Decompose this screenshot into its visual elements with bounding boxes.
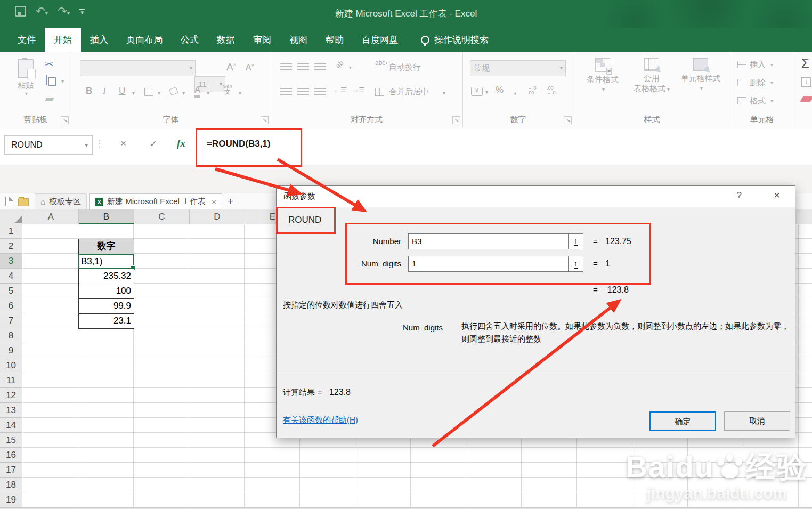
new-tab-button[interactable]: + <box>228 196 233 207</box>
align-right-icon[interactable] <box>314 88 326 95</box>
ribbon-tab-页面布局[interactable]: 页面布局 <box>117 28 172 52</box>
row-header-10[interactable]: 10 <box>0 358 22 373</box>
cancel-button[interactable]: 取消 <box>724 411 790 431</box>
row-header-3[interactable]: 3 <box>0 254 22 269</box>
conditional-formatting-button[interactable]: 条件格式▾ <box>578 58 627 94</box>
increase-indent-icon[interactable]: →☰ <box>352 86 365 94</box>
clear-icon[interactable] <box>800 96 812 102</box>
row-header-2[interactable]: 2 <box>0 239 22 254</box>
new-file-icon[interactable] <box>5 197 13 206</box>
italic-button[interactable]: I <box>103 86 106 96</box>
copy-dropdown[interactable]: ▾ <box>61 78 64 84</box>
name-box[interactable]: ROUND ▾ <box>4 135 93 155</box>
doc-tab-模板专区[interactable]: ⌂模板专区 <box>35 193 87 209</box>
ribbon-tab-百度网盘[interactable]: 百度网盘 <box>353 28 407 52</box>
underline-button[interactable]: U <box>119 86 125 96</box>
row-header-13[interactable]: 13 <box>0 403 22 418</box>
customize-qat-button[interactable]: ▾ <box>79 9 85 14</box>
row-header-12[interactable]: 12 <box>0 388 22 403</box>
select-all-corner[interactable] <box>0 209 23 224</box>
undo-button[interactable]: ↶▾ <box>36 5 48 17</box>
dialog-help-icon[interactable]: ? <box>737 190 742 201</box>
save-icon[interactable] <box>15 6 26 17</box>
borders-dropdown[interactable]: ▾ <box>158 90 160 96</box>
orientation-dropdown[interactable]: ▾ <box>349 64 352 70</box>
format-cells-button[interactable]: 格式▾ <box>737 94 773 107</box>
ribbon-tab-开始[interactable]: 开始 <box>45 28 81 52</box>
orientation-icon[interactable]: ab <box>334 59 345 70</box>
clipboard-dialog-launcher[interactable]: ↘ <box>61 116 69 124</box>
enter-entry-button[interactable]: ✓ <box>149 138 158 150</box>
cell-B6[interactable]: 99.9 <box>78 298 134 314</box>
align-top-icon[interactable] <box>280 63 292 70</box>
font-color-dropdown[interactable]: ▾ <box>207 90 209 96</box>
row-header-5[interactable]: 5 <box>0 284 22 298</box>
row-header-4[interactable]: 4 <box>0 269 22 284</box>
align-center-icon[interactable] <box>297 88 309 95</box>
cell-B2[interactable]: 数字 <box>78 239 134 254</box>
cell-B3[interactable]: B3,1) <box>78 254 134 269</box>
ribbon-tab-文件[interactable]: 文件 <box>9 28 45 52</box>
row-header-6[interactable]: 6 <box>0 298 22 313</box>
cut-icon[interactable]: ✂ <box>45 58 53 70</box>
number-dialog-launcher[interactable]: ↘ <box>564 116 572 124</box>
align-middle-icon[interactable] <box>297 63 309 70</box>
phonetic-guide-button[interactable]: wén文 <box>223 84 232 94</box>
cell-B7[interactable]: 23.1 <box>78 313 134 329</box>
number-format-combo[interactable]: 常规▾ <box>470 60 566 76</box>
accounting-format-icon[interactable]: ¥ <box>471 87 483 96</box>
font-color-button[interactable]: A <box>194 85 200 98</box>
percent-style-button[interactable]: % <box>496 85 504 95</box>
ribbon-tab-视图[interactable]: 视图 <box>280 28 316 52</box>
bold-button[interactable]: B <box>86 86 92 96</box>
row-header-16[interactable]: 16 <box>0 448 22 463</box>
row-header-17[interactable]: 17 <box>0 463 22 478</box>
fill-color-dropdown[interactable]: ▾ <box>182 90 185 96</box>
ribbon-tab-帮助[interactable]: 帮助 <box>316 28 353 52</box>
format-as-table-button[interactable]: 套用 表格格式▾ <box>627 58 676 94</box>
doc-tab-新建 Microsoft Excel 工作表[interactable]: X新建 Microsoft Excel 工作表× <box>89 193 222 209</box>
ribbon-tab-公式[interactable]: 公式 <box>172 28 208 52</box>
autosum-button[interactable]: Σ <box>801 56 809 71</box>
column-header-C[interactable]: C <box>134 209 190 224</box>
copy-icon[interactable] <box>46 75 47 85</box>
merge-dropdown[interactable]: ▾ <box>443 90 445 96</box>
row-header-8[interactable]: 8 <box>0 328 22 343</box>
column-header-B[interactable]: B <box>79 209 134 224</box>
cell-B4[interactable]: 235.32 <box>78 269 134 284</box>
cell-styles-button[interactable]: 单元格样式▾ <box>676 58 725 93</box>
dialog-help-link[interactable]: 有关该函数的帮助(H) <box>283 415 358 425</box>
formula-bar-grip[interactable]: ⋮ <box>95 138 104 149</box>
wrap-text-button[interactable]: 自动换行 <box>389 62 421 72</box>
format-painter-icon[interactable] <box>45 98 54 101</box>
fill-button[interactable]: ↓ <box>801 77 811 87</box>
insert-function-button[interactable]: fx <box>177 138 185 149</box>
row-header-19[interactable]: 19 <box>0 492 22 507</box>
redo-button[interactable]: ↷▾ <box>58 5 70 17</box>
delete-cells-button[interactable]: 删除▾ <box>737 76 773 89</box>
column-header-D[interactable]: D <box>190 209 245 224</box>
shrink-font-button[interactable]: A˅ <box>246 63 254 72</box>
font-dialog-launcher[interactable]: ↘ <box>261 116 269 124</box>
row-header-11[interactable]: 11 <box>0 373 22 388</box>
dialog-close-icon[interactable]: × <box>774 189 780 201</box>
decrease-indent-icon[interactable]: ←☰ <box>334 86 347 94</box>
name-box-dropdown[interactable]: ▾ <box>85 136 88 154</box>
accounting-dropdown[interactable]: ▾ <box>485 89 488 95</box>
row-header-18[interactable]: 18 <box>0 478 22 492</box>
fill-color-icon[interactable] <box>169 87 178 95</box>
underline-dropdown[interactable]: ▾ <box>132 90 135 96</box>
tell-me-search[interactable]: 操作说明搜索 <box>421 28 489 52</box>
row-header-14[interactable]: 14 <box>0 418 22 433</box>
borders-icon[interactable] <box>144 88 153 96</box>
row-header-1[interactable]: 1 <box>0 224 22 239</box>
insert-cells-button[interactable]: 插入▾ <box>737 58 773 71</box>
decrease-decimal-icon[interactable]: .00→.0 <box>547 86 556 95</box>
ribbon-tab-审阅[interactable]: 审阅 <box>244 28 280 52</box>
row-header-7[interactable]: 7 <box>0 313 22 328</box>
font-name-combo[interactable]: ▾ <box>80 60 196 76</box>
ok-button[interactable]: 确定 <box>649 411 716 431</box>
comma-style-button[interactable]: ， <box>510 85 519 97</box>
open-folder-icon[interactable] <box>18 198 29 206</box>
row-header-9[interactable]: 9 <box>0 343 22 358</box>
